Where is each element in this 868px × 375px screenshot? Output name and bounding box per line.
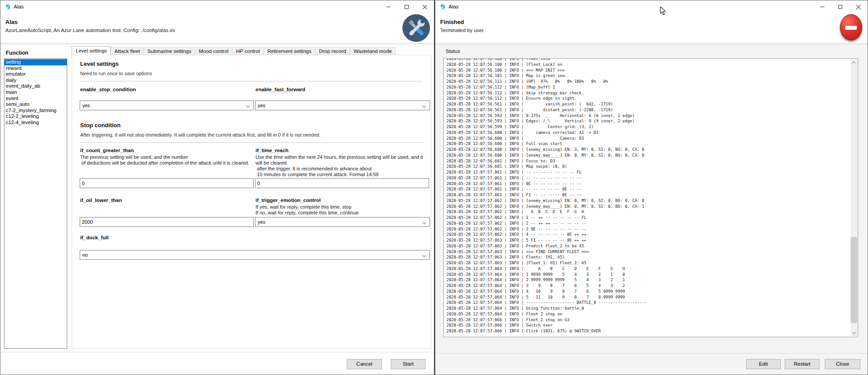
log-line: 2020-05-28 12:07:56.593 | INFO | Edges: … (446, 118, 850, 124)
settings-tab-bar: Level settings Attack fleet Submarine se… (72, 46, 396, 55)
no-entry-icon (845, 26, 857, 30)
log-line: 2020-05-28 12:07:57.062 | INFO | A B C D… (446, 209, 850, 215)
log-line: 2020-05-28 12:07:57.061 | INFO | 0E -- -… (446, 181, 850, 187)
scrollbar-thumb[interactable] (851, 237, 857, 323)
minimize-icon (820, 7, 824, 7)
app-subtitle: AzurLaneAutoScript, An Azur Lane automat… (5, 28, 175, 33)
settings-tab[interactable]: Mood control (195, 47, 232, 55)
restart-button[interactable]: Restart (785, 359, 819, 369)
log-line: 2020-05-28 12:07:57.064 | INFO | 3 9 8 7… (446, 283, 850, 289)
if-time-reach-input[interactable] (255, 178, 429, 188)
close-run-button[interactable]: Close (825, 359, 860, 369)
wrench-screwdriver-icon (402, 14, 430, 42)
log-line: 2020-05-28 12:07:57.061 | INFO | -- -- -… (446, 186, 850, 192)
enable-stop-condition-select[interactable]: yes (80, 101, 254, 110)
window-title: Alas (14, 4, 24, 9)
selected-value: yes (258, 103, 265, 108)
log-line: 2020-05-28 12:07:56.600 | INFO | [enemy_… (446, 147, 850, 153)
maximize-icon (405, 5, 409, 9)
log-line: 2020-05-28 12:07:56.561 | INFO | distant… (446, 107, 850, 113)
if-dock-full-select[interactable]: no (80, 250, 430, 260)
scroll-up-icon[interactable] (852, 61, 856, 65)
log-line: 2020-05-28 12:07:56.112 | INFO | Ensure … (446, 96, 850, 101)
minimize-button[interactable] (813, 0, 831, 13)
edit-button[interactable]: Edit (746, 359, 781, 369)
function-list-item[interactable]: c7-2_mystery_farming (4, 108, 67, 114)
settings-tab[interactable]: Retirement settings (264, 47, 316, 55)
section-title: Level settings (80, 60, 119, 67)
log-scrollbar[interactable] (851, 59, 857, 336)
log-line: 2020-05-28 12:07:56.112 | INFO | [Map_bu… (446, 85, 850, 90)
log-line: 2020-05-28 12:07:56.600 | INFO | [enemy_… (446, 153, 850, 158)
scroll-down-icon[interactable] (852, 330, 856, 334)
field-label-if-trigger-emotion-control: if_trigger_emotion_control (256, 198, 430, 203)
divider (80, 142, 423, 143)
chevron-down-icon (246, 104, 250, 108)
log-line: 2020-05-28 12:07:56.112 | INFO | Skip st… (446, 90, 850, 96)
alas-logo-icon (4, 4, 11, 10)
run-state-title: Finished (440, 19, 464, 25)
log-line: 2020-05-28 12:07:57.066 | INFO | Click (… (446, 328, 850, 334)
header-divider (0, 44, 434, 44)
log-line: 2020-05-28 12:07:57.066 | INFO | Switch … (446, 323, 850, 328)
mouse-cursor (660, 6, 666, 16)
log-line: 2020-05-28 12:07:56.600 | INFO | Camera:… (446, 136, 850, 141)
titlebar[interactable]: Alas (0, 0, 434, 13)
function-list-item[interactable]: event_daily_ab (4, 83, 67, 89)
settings-tab[interactable]: Attack fleet (111, 47, 144, 55)
log-line: 2020-05-28 12:07:57.062 | INFO | [enemy_… (446, 198, 850, 204)
settings-tab[interactable]: Submarine settings (144, 47, 195, 55)
close-button[interactable] (416, 0, 434, 13)
app-title: Alas (5, 19, 17, 25)
log-line: 2020-05-28 12:07:57.062 | INFO | 1 -- ++… (446, 215, 850, 221)
log-line: 2020-05-28 12:07:57.062 | INFO | 2 -- ++… (446, 221, 850, 226)
selected-value: no (82, 252, 88, 258)
log-line: 2020-05-28 12:07:56.561 | INFO | vanish_… (446, 101, 850, 107)
log-line: 2020-05-28 12:07:56.600 | INFO | Full sc… (446, 141, 850, 147)
level-settings-panel: Level settings Need to run once to save … (72, 55, 431, 349)
function-list-item[interactable]: semi_auto (4, 101, 67, 108)
log-line: 2020-05-28 12:07:57.064 | INFO | 2 9999 … (446, 277, 850, 283)
alas-logo-icon (439, 4, 446, 10)
function-list-item[interactable]: event (4, 96, 67, 102)
settings-tab[interactable]: Wasteland mode (350, 47, 396, 55)
section-subtitle: Need to run once to save options (80, 71, 152, 76)
log-line: 2020-05-28 12:07:57.062 | INFO | [enemy_… (446, 204, 850, 210)
maximize-button[interactable] (831, 0, 849, 13)
function-list-item[interactable]: main (4, 89, 67, 96)
close-button[interactable] (849, 0, 868, 13)
if-trigger-emotion-control-select[interactable]: yes (255, 217, 430, 227)
log-line: 2020-05-28 12:07:57.064 | INFO | A B C D… (446, 266, 850, 272)
close-icon (422, 4, 427, 9)
footer-divider (0, 352, 434, 352)
log-line: 2020-05-28 12:07:57.063 | INFO | Fleets:… (446, 254, 850, 260)
function-list-item[interactable]: daily (4, 77, 67, 84)
function-label: Function (6, 50, 28, 56)
minimize-button[interactable] (379, 0, 397, 13)
chevron-down-icon (422, 253, 426, 257)
function-list-item[interactable]: c12-4_leveling (4, 120, 67, 126)
settings-tab[interactable]: Level settings (72, 46, 111, 55)
field-label-if-oil-lower-than: if_oil_lower_than (80, 198, 254, 203)
function-list-item[interactable]: reward (4, 65, 67, 72)
titlebar[interactable]: Alas (435, 0, 868, 13)
maximize-button[interactable] (397, 0, 416, 13)
if-oil-lower-than-input[interactable] (80, 217, 254, 227)
log-line: 2020-05-28 12:07:57.064 | INFO | -------… (446, 300, 850, 306)
enable-fast-forward-select[interactable]: yes (255, 101, 430, 110)
log-output[interactable]: 2020-05-28 12:07:56.100 | INFO | fleet_l… (443, 58, 858, 337)
function-list-item[interactable]: c12-2_leveling (4, 113, 67, 120)
function-list-item[interactable]: setting (4, 59, 67, 65)
log-line: 2020-05-28 12:07:57.063 | INFO | [Fleet_… (446, 260, 850, 266)
log-line: 2020-05-28 12:07:56.100 | INFO | fleet_l… (446, 58, 850, 62)
settings-tab[interactable]: Drop record (316, 47, 350, 55)
if-count-greater-than-input[interactable] (80, 178, 254, 188)
settings-tab[interactable]: HP control (232, 47, 264, 55)
start-button[interactable]: Start (391, 359, 426, 369)
cancel-button[interactable]: Cancel (347, 359, 382, 369)
maximize-icon (838, 5, 842, 9)
section-title-stop-condition: Stop condition (80, 122, 121, 129)
log-line: 2020-05-28 12:07:57.064 | INFO | 4 10 9 … (446, 289, 850, 294)
function-list-item[interactable]: emulator (4, 71, 67, 77)
run-state-subtitle: Terminated by user (440, 28, 484, 33)
